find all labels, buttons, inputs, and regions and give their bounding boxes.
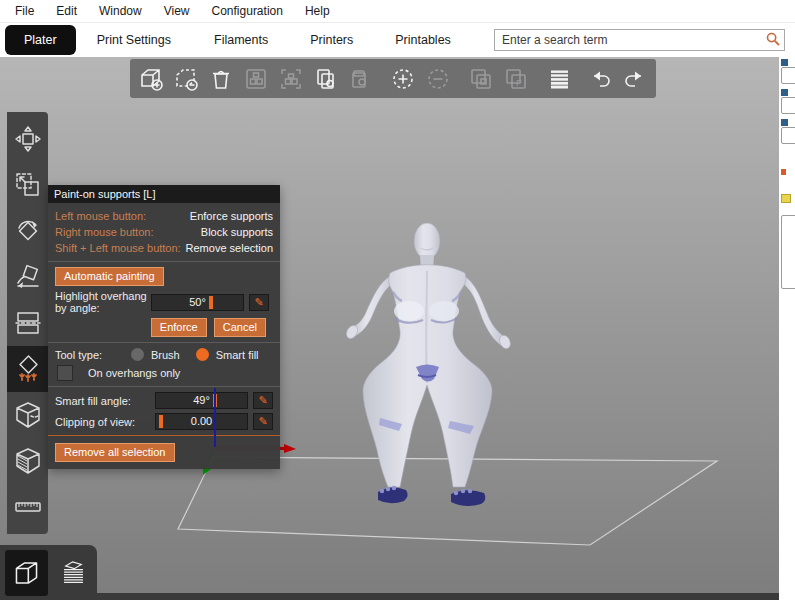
copy-icon: [313, 66, 339, 92]
menu-file[interactable]: File: [4, 1, 45, 21]
menu-window[interactable]: Window: [88, 1, 153, 21]
paint-on-supports-icon: [13, 354, 43, 384]
shortcut-row: Shift + Left mouse button: Remove select…: [55, 240, 273, 256]
copy-button[interactable]: [310, 63, 341, 95]
seam-painting-tool-button[interactable]: [7, 392, 48, 438]
shortcut-value: Remove selection: [186, 240, 273, 256]
delete-all-button[interactable]: [206, 63, 237, 95]
remove-instance-button[interactable]: [423, 63, 454, 95]
smart-fill-angle-value: 49°: [193, 394, 210, 406]
delete-button[interactable]: [171, 63, 202, 95]
object-list-fragment[interactable]: [781, 215, 795, 289]
separator: [48, 386, 280, 387]
combo-box-fragment[interactable]: [781, 127, 795, 144]
arrange-selection-icon: [278, 66, 304, 92]
paint-on-supports-tool-button[interactable]: [7, 346, 48, 392]
multimaterial-painting-icon: [13, 446, 43, 476]
svg-text:P: P: [516, 77, 522, 87]
cut-tool-button[interactable]: [7, 300, 48, 346]
smart-fill-radio-label[interactable]: Smart fill: [216, 349, 259, 361]
combo-box-fragment[interactable]: [781, 67, 795, 84]
filament-icon-fragment: [781, 89, 788, 96]
tab-filaments[interactable]: Filaments: [214, 25, 268, 55]
tab-plater[interactable]: Plater: [5, 25, 76, 55]
shortcut-label: Left mouse button:: [55, 208, 146, 224]
shortcut-label: Shift + Left mouse button:: [55, 240, 181, 256]
smart-fill-angle-edit-button[interactable]: ✎: [253, 392, 273, 409]
enforce-button[interactable]: Enforce: [151, 318, 207, 337]
menu-view[interactable]: View: [153, 1, 201, 21]
slider-handle[interactable]: [159, 415, 163, 428]
combo-box-fragment[interactable]: [781, 97, 795, 114]
smart-fill-angle-slider[interactable]: 49°: [155, 392, 248, 409]
sliced-preview-button[interactable]: [52, 550, 95, 596]
clipping-of-view-slider[interactable]: 0.00: [155, 413, 248, 430]
clipping-of-view-edit-button[interactable]: ✎: [253, 413, 273, 430]
shortcut-row: Right mouse button: Block supports: [55, 224, 273, 240]
separator-accent: [48, 435, 280, 436]
printer-icon-fragment: [781, 59, 788, 66]
search-input[interactable]: [494, 29, 785, 51]
menu-configuration[interactable]: Configuration: [201, 1, 294, 21]
smart-fill-angle-label: Smart fill angle:: [55, 395, 155, 407]
arrange-icon: [243, 66, 269, 92]
clipping-of-view-value: 0.00: [191, 415, 212, 427]
main-toolbar: P: [130, 59, 656, 98]
move-tool-button[interactable]: [7, 116, 48, 162]
separator: [48, 342, 280, 343]
brush-radio[interactable]: [131, 348, 144, 361]
arrange-selection-button[interactable]: [275, 63, 306, 95]
rotate-tool-button[interactable]: [7, 208, 48, 254]
editor-view-button[interactable]: [5, 550, 48, 596]
overhang-angle-edit-button[interactable]: ✎: [249, 294, 269, 311]
tab-print-settings[interactable]: Print Settings: [97, 25, 171, 55]
add-instance-button[interactable]: [388, 63, 419, 95]
tab-printers[interactable]: Printers: [310, 25, 353, 55]
overhang-angle-slider[interactable]: 50°: [151, 294, 244, 311]
multimaterial-painting-tool-button[interactable]: [7, 438, 48, 484]
undo-button[interactable]: [584, 63, 615, 95]
search-icon[interactable]: [766, 32, 780, 46]
tab-printables[interactable]: Printables: [395, 25, 451, 55]
on-overhangs-only-checkbox[interactable]: [57, 365, 73, 381]
z-axis-line: [214, 388, 216, 447]
rotate-icon: [13, 216, 43, 246]
paste-button[interactable]: [345, 63, 376, 95]
cube-3d-view-icon: [11, 556, 42, 590]
viewport-bottom-bar: [0, 593, 779, 600]
brush-radio-label[interactable]: Brush: [151, 349, 180, 361]
split-to-objects-button[interactable]: [466, 63, 497, 95]
automatic-painting-button[interactable]: Automatic painting: [55, 267, 164, 286]
cut-icon: [13, 308, 43, 338]
yellow-icon-fragment: [781, 194, 791, 203]
shortcut-row: Left mouse button: Enforce supports: [55, 208, 273, 224]
shortcut-label: Right mouse button:: [55, 224, 153, 240]
add-button[interactable]: [136, 63, 167, 95]
on-overhangs-only-label[interactable]: On overhangs only: [88, 367, 180, 379]
split-to-parts-icon: P: [503, 66, 529, 92]
measure-tool-button[interactable]: [7, 484, 48, 530]
arrange-button[interactable]: [241, 63, 272, 95]
measure-icon: [13, 492, 43, 522]
slider-handle[interactable]: [209, 296, 213, 309]
menu-bar: File Edit Window View Configuration Help: [0, 0, 795, 23]
overhang-angle-value: 50°: [189, 296, 206, 308]
redo-icon: [622, 66, 648, 92]
shortcut-value: Block supports: [201, 224, 273, 240]
split-to-parts-button[interactable]: P: [501, 63, 532, 95]
overhang-angle-label: Highlight overhang by angle:: [55, 290, 151, 314]
move-icon: [13, 124, 43, 154]
panel-title[interactable]: Paint-on supports [L]: [48, 185, 280, 203]
smart-fill-radio[interactable]: [196, 348, 209, 361]
cancel-button[interactable]: Cancel: [214, 318, 266, 337]
menu-edit[interactable]: Edit: [45, 1, 88, 21]
place-on-face-tool-button[interactable]: [7, 254, 48, 300]
variable-layer-height-button[interactable]: [543, 63, 574, 95]
remove-all-selection-button[interactable]: Remove all selection: [55, 443, 175, 462]
sliced-layers-icon: [58, 555, 89, 591]
menu-help[interactable]: Help: [294, 1, 341, 21]
orange-icon-fragment: [781, 169, 786, 175]
scale-tool-button[interactable]: [7, 162, 48, 208]
redo-button[interactable]: [619, 63, 650, 95]
paste-icon: [348, 66, 374, 92]
